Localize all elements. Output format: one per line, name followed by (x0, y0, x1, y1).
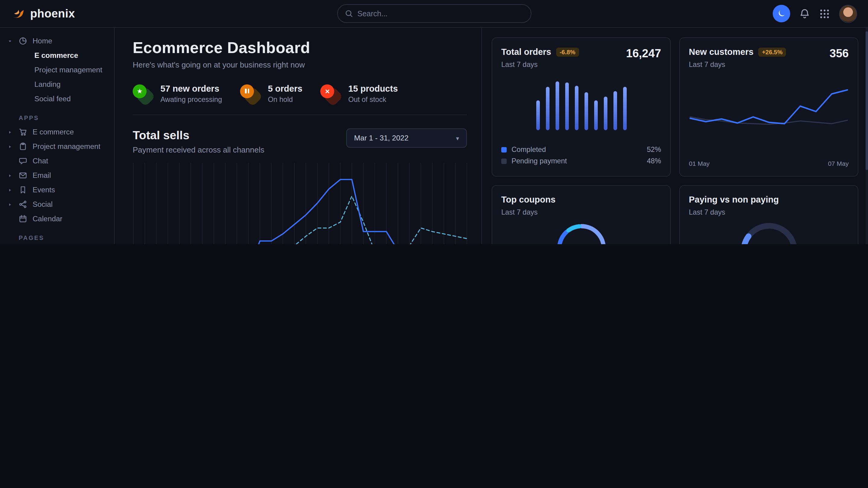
sidebar-item-label: Chat (33, 157, 48, 165)
total-sells-subtitle: Payment received across all channels (133, 145, 264, 155)
stat-caption: Awating processing (160, 96, 222, 104)
legend-value: 48% (647, 157, 661, 165)
mail-icon (19, 171, 27, 180)
sidebar-nav: HomeE commerceProject managementLandingS… (0, 28, 114, 244)
card-period: Last 7 days (501, 208, 556, 216)
card-head: Paying vs non paying Last 7 days (689, 194, 849, 216)
sidebar-item-calendar[interactable]: Calendar (8, 212, 108, 226)
sidebar-item-label: Calendar (33, 215, 62, 223)
caret-icon (8, 144, 12, 149)
caret-icon (8, 202, 12, 206)
total-orders-legend-item: Pending payment48% (501, 155, 661, 167)
main-content: Ecommerce Dashboard Here's what's going … (115, 28, 868, 244)
sidebar-item-label: Social (33, 200, 53, 208)
total-orders-change-badge: -6.8% (556, 47, 579, 56)
sidebar-item-e-commerce[interactable]: E commerce (8, 125, 108, 139)
caret-icon (8, 188, 12, 192)
sidebar-item-project-management[interactable]: Project management (8, 139, 108, 154)
date-range-value: Mar 1 - 31, 2022 (354, 134, 408, 142)
sidebar-item-events[interactable]: Events (8, 183, 108, 197)
sidebar-item-label: Home (33, 37, 52, 45)
total-sells-chart-wrap: 01 May 15 May 30 May (133, 162, 467, 244)
card-head: Top coupons Last 7 days (501, 194, 661, 216)
legend-swatch (501, 158, 507, 164)
svg-text:72%: 72% (572, 243, 590, 244)
top-coupons-donut-chart: 72% (553, 220, 610, 244)
legend-label: Completed (512, 145, 546, 154)
sidebar-item-project-management[interactable]: Project management (8, 63, 108, 77)
sidebar-item-e-commerce[interactable]: E commerce (8, 48, 108, 63)
card-head: New customers +26.5% Last 7 days 356 (689, 47, 849, 69)
app-root: phoenix HomeE commerceProject management… (0, 0, 868, 244)
page-scrollbar[interactable] (866, 0, 868, 244)
grid-dots-icon (819, 8, 830, 19)
cart-icon (19, 128, 27, 136)
pause-bar (245, 89, 246, 93)
total-orders-bar-chart (536, 76, 626, 130)
x-tick: 07 May (828, 159, 849, 167)
apps-grid-button[interactable] (819, 8, 830, 19)
stat-caption: On hold (268, 96, 302, 104)
scrollbar-thumb[interactable] (866, 31, 868, 170)
card-total-orders: Total orders -6.8% Last 7 days 16,247 Co… (492, 37, 671, 176)
stat-text: 5 ordersOn hold (268, 84, 302, 104)
sidebar-item-landing[interactable]: Landing (8, 77, 108, 92)
total-orders-legend: Completed52%Pending payment48% (501, 144, 661, 167)
notifications-button[interactable] (799, 8, 810, 19)
stat-value: 15 products (348, 84, 398, 94)
new-customers-change-badge: +26.5% (758, 47, 786, 56)
pause-glyph-icon (240, 84, 254, 98)
legend-label: Pending payment (512, 157, 567, 165)
stat-caption: Out of stock (348, 96, 398, 104)
navbar-search[interactable] (337, 4, 531, 23)
card-head-left: Paying vs non paying Last 7 days (689, 194, 779, 216)
x-stat-icon: × (320, 84, 341, 103)
stats-row: ★57 new ordersAwating processing5 orders… (133, 84, 467, 116)
card-top-coupons: Top coupons Last 7 days 72% Percentage d… (492, 185, 671, 244)
sidebar-item-chat[interactable]: Chat (8, 154, 108, 168)
x-tick: 01 May (689, 159, 710, 167)
sidebar-item-label: Events (33, 186, 55, 194)
navbar-actions (773, 4, 857, 23)
total-sells-titles: Total sells Payment received across all … (133, 129, 264, 155)
star-glyph-icon: ★ (133, 84, 147, 98)
chat-icon (19, 157, 27, 165)
user-avatar[interactable] (839, 4, 857, 23)
card-head: Total orders -6.8% Last 7 days 16,247 (501, 47, 661, 69)
card-head-left: New customers +26.5% Last 7 days (689, 47, 786, 69)
card-period: Last 7 days (689, 208, 779, 216)
share-icon (19, 200, 27, 208)
card-period: Last 7 days (501, 60, 579, 69)
sidebar-item-social-feed[interactable]: Social feed (8, 92, 108, 106)
navbar-search-input[interactable] (358, 9, 523, 18)
caret-icon (8, 173, 12, 177)
stat-value: 5 orders (268, 84, 302, 94)
bell-icon (799, 8, 810, 19)
total-orders-legend-item: Completed52% (501, 144, 661, 155)
pause-bar (248, 89, 249, 93)
sidebar-item-social[interactable]: Social (8, 197, 108, 212)
brand-name: phoenix (30, 7, 75, 20)
clipboard-icon (19, 142, 27, 151)
phoenix-logo-icon (11, 6, 25, 21)
pause-stat-icon (240, 84, 260, 103)
sidebar-item-label: Email (33, 171, 51, 180)
new-customers-value: 356 (830, 47, 849, 60)
sidebar-item-email[interactable]: Email (8, 168, 108, 183)
new-customers-line-chart (689, 76, 849, 157)
legend-swatch (501, 147, 507, 152)
caret-icon (8, 39, 12, 43)
page-title: Ecommerce Dashboard (133, 39, 467, 57)
dashboard-cards-column: Total orders -6.8% Last 7 days 16,247 Co… (482, 28, 868, 244)
theme-toggle-button[interactable] (773, 5, 790, 22)
stat-out-of-stock: ×15 productsOut of stock (320, 84, 398, 104)
sidebar-section-apps: APPS (19, 115, 108, 121)
star-stat-icon: ★ (133, 84, 153, 103)
card-title-row: Total orders -6.8% (501, 47, 579, 57)
sidebar: HomeE commerceProject managementLandingS… (0, 28, 115, 244)
card-title: Paying vs non paying (689, 194, 779, 204)
total-sells-chart (133, 162, 467, 244)
brand[interactable]: phoenix (11, 6, 75, 21)
sidebar-item-home[interactable]: Home (8, 34, 108, 48)
date-range-select[interactable]: Mar 1 - 31, 2022 ▾ (346, 129, 467, 148)
